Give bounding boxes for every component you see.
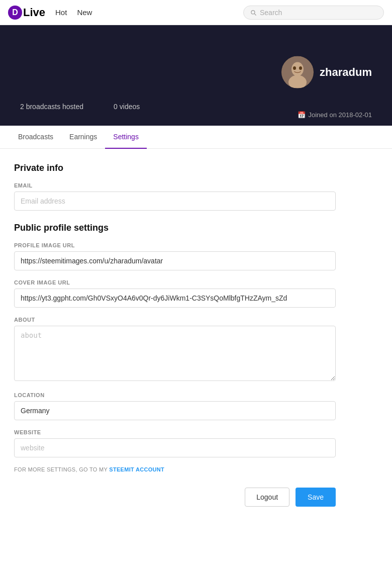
profile-stats: 2 broadcasts hosted 0 videos [20,103,140,111]
profile-image-url-input[interactable] [14,251,336,270]
joined-date: Joined on 2018-02-01 [309,111,372,119]
profile-info: zharadum [281,56,372,88]
tab-earnings[interactable]: Earnings [61,126,105,149]
logo[interactable]: D Live [8,6,45,20]
about-label: ABOUT [14,317,338,323]
website-label: WEBSITE [14,429,338,435]
joined-info: 📅 Joined on 2018-02-01 [298,111,372,119]
about-group: ABOUT [14,317,338,383]
action-buttons: Logout Save [14,488,336,507]
logo-text: Live [23,6,45,19]
save-button[interactable]: Save [296,488,336,507]
avatar-image [281,56,314,88]
website-input[interactable] [14,438,336,457]
profile-banner: zharadum 2 broadcasts hosted 0 videos 📅 … [0,25,392,126]
email-field[interactable] [14,192,336,211]
private-info-title: Private info [14,163,338,173]
steemit-account-link[interactable]: STEEMIT ACCOUNT [109,466,164,472]
broadcasts-stat: 2 broadcasts hosted [20,103,83,111]
location-group: LOCATION [14,392,338,420]
svg-point-3 [293,66,296,70]
email-group: EMAIL [14,182,338,211]
profile-image-url-label: PROFILE IMAGE URL [14,242,338,248]
website-group: WEBSITE [14,429,338,457]
steemit-prefix: FOR MORE SETTINGS, GO TO MY [14,466,108,472]
tab-broadcasts[interactable]: Broadcasts [10,126,61,149]
settings-panel: Private info EMAIL Public profile settin… [0,149,352,527]
cover-image-url-label: COVER IMAGE URL [14,279,338,286]
cover-image-url-group: COVER IMAGE URL [14,279,338,308]
navbar: D Live Hot New [0,0,392,25]
about-textarea[interactable] [14,326,336,381]
location-label: LOCATION [14,392,338,398]
calendar-icon: 📅 [298,111,306,119]
videos-stat: 0 videos [114,103,140,111]
cover-image-url-input[interactable] [14,289,336,308]
logo-d-icon: D [8,6,22,20]
search-input[interactable] [260,9,377,17]
avatar [281,56,314,88]
profile-tabs: Broadcasts Earnings Settings [0,126,392,149]
profile-image-url-group: PROFILE IMAGE URL [14,242,338,270]
nav-new[interactable]: New [77,8,92,17]
nav-hot[interactable]: Hot [55,8,67,17]
email-label: EMAIL [14,182,338,188]
search-icon [250,9,257,16]
tab-settings[interactable]: Settings [105,126,147,149]
avatar-svg [281,56,314,88]
svg-point-4 [299,66,302,70]
username: zharadum [320,66,372,79]
steemit-link-row: FOR MORE SETTINGS, GO TO MY STEEMIT ACCO… [14,466,338,472]
location-input[interactable] [14,401,336,420]
logout-button[interactable]: Logout [245,488,289,507]
search-container [243,6,384,20]
public-profile-title: Public profile settings [14,223,338,233]
